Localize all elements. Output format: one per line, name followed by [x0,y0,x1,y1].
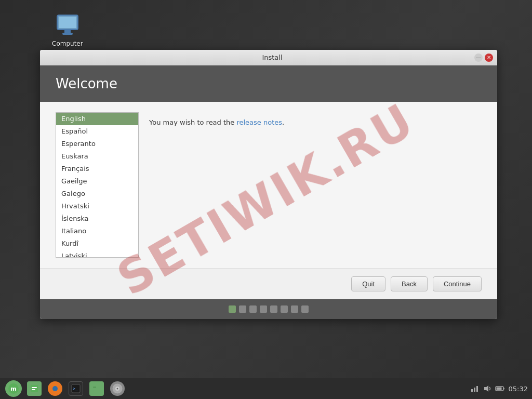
progress-dot [281,305,288,313]
minimize-button[interactable]: — [474,54,483,62]
language-item[interactable]: Euskara [56,150,138,163]
svg-point-10 [52,386,58,391]
taskbar-files-button[interactable] [25,380,44,397]
svg-text:>_: >_ [73,387,78,391]
language-item[interactable]: Hrvatski [56,200,138,212]
nemo-icon [89,381,104,396]
svg-text:m: m [10,385,16,392]
welcome-text-before: You may wish to read the [149,118,236,126]
computer-icon-label: Computer [52,40,83,47]
right-panel: You may wish to read the release notes. [149,112,482,258]
window-content: EnglishEspañolEsperantoEuskaraFrançaisGa… [40,102,497,268]
svg-marker-21 [484,385,488,392]
disk-icon [110,381,125,396]
monitor-icon-img [55,13,80,38]
quit-button[interactable]: Quit [351,276,385,291]
title-bar: Install — ✕ [40,50,497,65]
terminal-icon: >_ [69,381,83,396]
install-window: Install — ✕ Welcome EnglishEspañolEspera… [40,50,497,319]
taskbar-firefox-button[interactable] [46,380,64,397]
computer-icon[interactable]: Computer [49,10,86,50]
release-notes-link[interactable]: release notes [236,118,282,126]
files-icon [27,381,42,396]
taskbar-mint-menu[interactable]: m [4,380,23,397]
svg-rect-14 [93,387,96,388]
desktop: Computer SETIWIK.RU Install — ✕ Welcome … [0,0,532,399]
back-button[interactable]: Back [391,276,428,291]
svg-rect-3 [62,33,73,35]
progress-dot [260,305,267,313]
continue-button[interactable]: Continue [433,276,482,291]
svg-rect-20 [476,386,478,392]
svg-rect-6 [31,385,38,392]
volume-icon [483,384,492,393]
header-title: Welcome [56,76,482,91]
taskbar-disk-button[interactable] [108,380,127,397]
language-item[interactable]: Español [56,125,138,138]
svg-rect-2 [64,30,71,33]
language-item[interactable]: Français [56,163,138,175]
taskbar-left: m [4,380,127,397]
progress-area [40,299,497,319]
progress-dot [249,305,257,313]
welcome-text-after: . [282,118,284,126]
svg-rect-18 [471,389,473,392]
svg-rect-24 [503,388,504,390]
progress-dot [291,305,298,313]
battery-icon [495,384,506,393]
mint-logo: m [5,380,22,397]
svg-rect-7 [32,387,37,388]
language-item[interactable]: Esperanto [56,138,138,150]
language-item[interactable]: Italiano [56,225,138,237]
window-header: Welcome [40,65,497,102]
svg-point-17 [117,388,118,390]
firefox-icon [48,381,62,396]
progress-dot [270,305,277,313]
svg-rect-23 [496,388,501,390]
clock-display: 05:32 [509,385,528,393]
language-item[interactable]: English [56,113,138,125]
taskbar-nemo-button[interactable] [87,380,106,397]
progress-dot [301,305,309,313]
language-item[interactable]: Galego [56,188,138,200]
network-icon [470,384,480,393]
language-item[interactable]: Kurdî [56,237,138,250]
close-button[interactable]: ✕ [485,54,493,62]
taskbar: m [0,378,532,399]
window-title: Install [70,54,474,61]
taskbar-right: 05:32 [470,384,528,393]
svg-rect-19 [474,388,475,392]
language-list[interactable]: EnglishEspañolEsperantoEuskaraFrançaisGa… [56,112,139,258]
language-item[interactable]: Latviski [56,250,138,258]
progress-dot [229,305,236,313]
language-item[interactable]: Gaeilge [56,175,138,188]
window-footer: Quit Back Continue [40,268,497,299]
language-item[interactable]: Íslenska [56,212,138,225]
svg-rect-8 [32,389,35,390]
progress-dot [239,305,246,313]
welcome-text: You may wish to read the release notes. [149,117,482,128]
taskbar-terminal-button[interactable]: >_ [66,380,85,397]
title-bar-controls: — ✕ [474,54,493,62]
svg-rect-1 [59,17,76,28]
